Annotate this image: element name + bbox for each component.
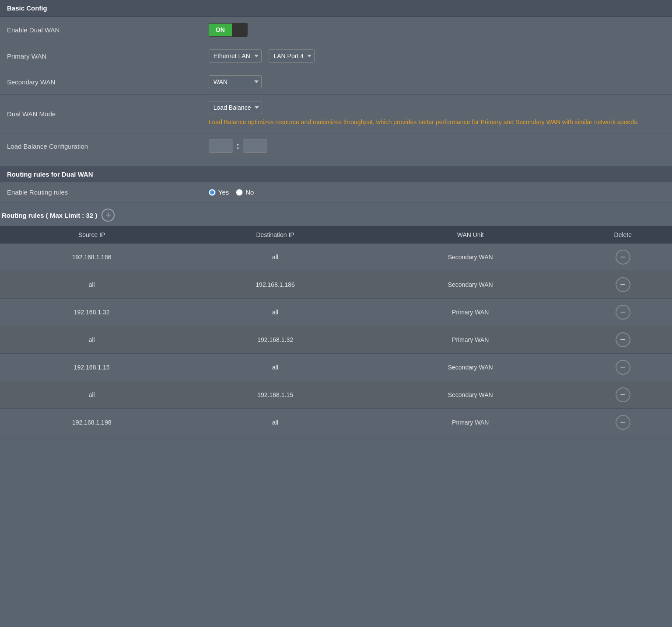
add-routing-rule-button[interactable]: +	[102, 209, 115, 222]
cell-wan-unit: Secondary WAN	[367, 271, 574, 299]
secondary-wan-select-wrapper: WAN WAN2 Ethernet LAN	[209, 75, 262, 88]
cell-source-ip: 192.168.1.32	[0, 299, 183, 326]
table-row: 192.168.1.186allSecondary WAN−	[0, 244, 672, 271]
cell-delete: −	[574, 381, 672, 409]
load-balance-config-label: Load Balance Configuration	[0, 133, 202, 159]
table-row: 192.168.1.15allSecondary WAN−	[0, 354, 672, 381]
dual-wan-mode-desc: Load Balance optimizes resource and maxi…	[209, 118, 665, 127]
routing-yes-radio[interactable]	[209, 189, 216, 196]
delete-row-button[interactable]: −	[616, 387, 630, 402]
cell-destination-ip: 192.168.1.186	[183, 271, 367, 299]
col-header-destination-ip: Destination IP	[183, 226, 367, 244]
cell-wan-unit: Primary WAN	[367, 326, 574, 354]
routing-no-radio[interactable]	[236, 189, 243, 196]
cell-delete: −	[574, 354, 672, 381]
table-row: all192.168.1.15Secondary WAN−	[0, 381, 672, 409]
dual-wan-mode-select[interactable]: Load Balance Failover	[209, 101, 262, 114]
routing-table-header-row: Source IP Destination IP WAN Unit Delete	[0, 226, 672, 244]
cell-destination-ip: all	[183, 409, 367, 436]
primary-wan-row: Primary WAN Ethernet LAN WAN WAN2 LAN Po…	[0, 43, 672, 69]
basic-config-title: Basic Config	[7, 4, 47, 12]
table-row: 192.168.1.32allPrimary WAN−	[0, 299, 672, 326]
load-balance-inputs: 1 : 1	[209, 139, 665, 153]
delete-row-button[interactable]: −	[616, 332, 630, 347]
routing-yes-label[interactable]: Yes	[209, 188, 229, 196]
routing-enable-table: Enable Routing rules Yes No	[0, 182, 672, 202]
table-row: all192.168.1.186Secondary WAN−	[0, 271, 672, 299]
routing-no-label[interactable]: No	[236, 188, 254, 196]
routing-rules-title: Routing rules for Dual WAN	[7, 171, 93, 178]
cell-wan-unit: Secondary WAN	[367, 244, 574, 271]
enable-routing-radio-group: Yes No	[209, 188, 665, 196]
cell-wan-unit: Primary WAN	[367, 409, 574, 436]
table-row: 192.168.1.198allPrimary WAN−	[0, 409, 672, 436]
cell-destination-ip: 192.168.1.15	[183, 381, 367, 409]
load-balance-config-row: Load Balance Configuration 1 : 1	[0, 133, 672, 159]
enable-dual-wan-row: Enable Dual WAN ON	[0, 17, 672, 43]
cell-delete: −	[574, 299, 672, 326]
load-balance-colon: :	[237, 142, 239, 151]
primary-wan-interface-select[interactable]: Ethernet LAN WAN WAN2	[209, 49, 262, 63]
primary-wan-label: Primary WAN	[0, 43, 202, 69]
routing-rules-header: Routing rules for Dual WAN	[0, 166, 672, 182]
cell-source-ip: all	[0, 326, 183, 354]
routing-rules-section: Routing rules for Dual WAN Enable Routin…	[0, 166, 672, 436]
primary-wan-port-wrapper: LAN Port 4 LAN Port 1 LAN Port 2 LAN Por…	[269, 49, 315, 63]
delete-row-button[interactable]: −	[616, 250, 630, 265]
load-balance-value1[interactable]: 1	[209, 139, 233, 153]
enable-dual-wan-label: Enable Dual WAN	[0, 17, 202, 43]
cell-source-ip: all	[0, 381, 183, 409]
basic-config-table: Enable Dual WAN ON Primary WAN Ethernet …	[0, 17, 672, 159]
cell-source-ip: 192.168.1.198	[0, 409, 183, 436]
delete-row-button[interactable]: −	[616, 415, 630, 430]
cell-source-ip: 192.168.1.186	[0, 244, 183, 271]
dual-wan-toggle[interactable]: ON	[209, 23, 248, 37]
cell-source-ip: 192.168.1.15	[0, 354, 183, 381]
table-row: all192.168.1.32Primary WAN−	[0, 326, 672, 354]
col-header-delete: Delete	[574, 226, 672, 244]
cell-source-ip: all	[0, 271, 183, 299]
secondary-wan-label: Secondary WAN	[0, 69, 202, 95]
delete-row-button[interactable]: −	[616, 305, 630, 320]
cell-wan-unit: Primary WAN	[367, 299, 574, 326]
routing-no-text: No	[245, 188, 254, 196]
cell-delete: −	[574, 409, 672, 436]
basic-config-section: Basic Config Enable Dual WAN ON Primary …	[0, 0, 672, 159]
toggle-on-label[interactable]: ON	[209, 24, 232, 36]
cell-delete: −	[574, 326, 672, 354]
routing-rules-limit-bar: Routing rules ( Max Limit : 32 ) +	[0, 202, 672, 226]
cell-wan-unit: Secondary WAN	[367, 381, 574, 409]
cell-destination-ip: all	[183, 354, 367, 381]
primary-wan-interface-wrapper: Ethernet LAN WAN WAN2	[209, 49, 262, 63]
cell-delete: −	[574, 244, 672, 271]
cell-delete: −	[574, 271, 672, 299]
dual-wan-mode-row: Dual WAN Mode Load Balance Failover Load…	[0, 95, 672, 133]
col-header-wan-unit: WAN Unit	[367, 226, 574, 244]
load-balance-value2[interactable]: 1	[243, 139, 267, 153]
dual-wan-mode-label: Dual WAN Mode	[0, 95, 202, 133]
col-header-source-ip: Source IP	[0, 226, 183, 244]
routing-yes-text: Yes	[218, 188, 229, 196]
primary-wan-port-select[interactable]: LAN Port 4 LAN Port 1 LAN Port 2 LAN Por…	[269, 49, 315, 63]
routing-rules-table: Source IP Destination IP WAN Unit Delete…	[0, 226, 672, 436]
cell-destination-ip: 192.168.1.32	[183, 326, 367, 354]
cell-destination-ip: all	[183, 299, 367, 326]
delete-row-button[interactable]: −	[616, 360, 630, 375]
cell-wan-unit: Secondary WAN	[367, 354, 574, 381]
enable-routing-label: Enable Routing rules	[0, 182, 202, 202]
basic-config-header: Basic Config	[0, 0, 672, 17]
secondary-wan-row: Secondary WAN WAN WAN2 Ethernet LAN	[0, 69, 672, 95]
secondary-wan-select[interactable]: WAN WAN2 Ethernet LAN	[209, 75, 262, 88]
cell-destination-ip: all	[183, 244, 367, 271]
delete-row-button[interactable]: −	[616, 277, 630, 292]
routing-rules-limit-label: Routing rules ( Max Limit : 32 )	[2, 212, 97, 219]
toggle-handle[interactable]	[232, 23, 248, 37]
dual-wan-mode-select-wrapper: Load Balance Failover	[209, 101, 262, 114]
enable-routing-row: Enable Routing rules Yes No	[0, 182, 672, 202]
